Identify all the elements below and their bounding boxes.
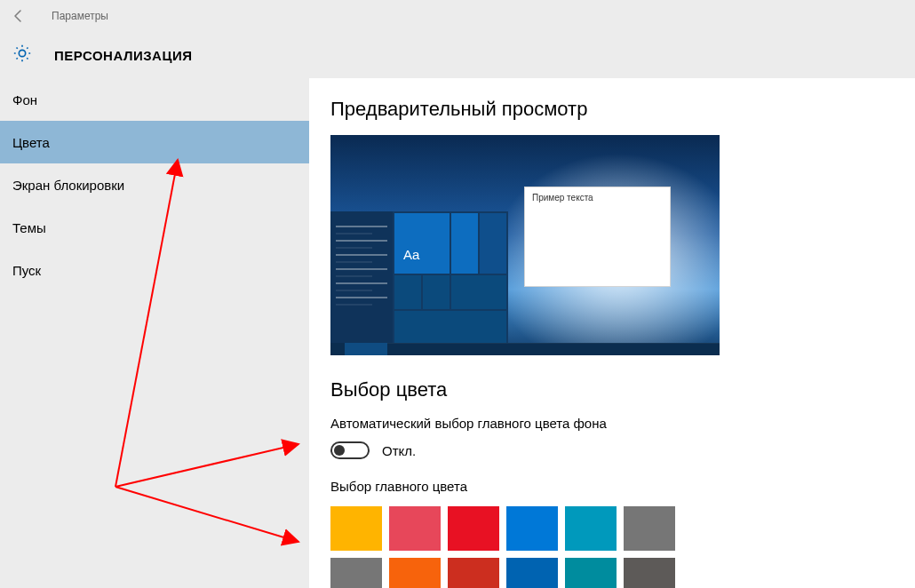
- toggle-state-text: Откл.: [382, 443, 416, 458]
- arrow-left-icon: [12, 9, 26, 23]
- content-pane: Предварительный просмотр: [309, 78, 915, 588]
- accent-color-label: Выбор главного цвета: [330, 479, 915, 494]
- sidebar-item-start[interactable]: Пуск: [0, 249, 309, 291]
- sidebar-item-label: Экран блокировки: [12, 178, 124, 193]
- category-header: ПЕРСОНАЛИЗАЦИЯ: [0, 32, 915, 78]
- sidebar-item-label: Пуск: [12, 263, 41, 278]
- accent-swatch[interactable]: [389, 558, 441, 588]
- sidebar-item-label: Цвета: [12, 135, 50, 150]
- preview-heading: Предварительный просмотр: [330, 98, 915, 121]
- accent-swatch[interactable]: [624, 506, 675, 551]
- accent-swatch[interactable]: [565, 558, 617, 588]
- accent-swatch[interactable]: [448, 506, 499, 551]
- accent-swatch[interactable]: [506, 506, 558, 551]
- accent-swatch[interactable]: [448, 558, 499, 588]
- desktop-preview: Пример текста: [330, 135, 720, 355]
- sidebar: Фон Цвета Экран блокировки Темы Пуск: [0, 78, 309, 588]
- accent-swatch[interactable]: [330, 506, 382, 551]
- auto-pick-toggle[interactable]: [330, 441, 370, 459]
- sidebar-item-colors[interactable]: Цвета: [0, 121, 309, 163]
- preview-tile-aa: [394, 213, 450, 274]
- preview-start-menu: [330, 211, 508, 343]
- accent-swatch[interactable]: [506, 558, 558, 588]
- color-section-heading: Выбор цвета: [330, 378, 915, 401]
- toggle-knob-icon: [334, 445, 345, 456]
- accent-swatch[interactable]: [624, 558, 675, 588]
- back-button[interactable]: [9, 6, 28, 26]
- preview-sample-window: Пример текста: [524, 187, 671, 287]
- title-bar: Параметры: [0, 0, 915, 32]
- sidebar-item-label: Фон: [12, 92, 37, 107]
- app-title: Параметры: [52, 10, 108, 22]
- accent-swatch[interactable]: [389, 506, 441, 551]
- sidebar-item-background[interactable]: Фон: [0, 78, 309, 121]
- sidebar-item-themes[interactable]: Темы: [0, 206, 309, 249]
- gear-icon: [12, 44, 32, 67]
- category-title: ПЕРСОНАЛИЗАЦИЯ: [54, 48, 192, 63]
- accent-swatch-grid: [330, 506, 695, 588]
- sidebar-item-label: Темы: [12, 220, 46, 235]
- auto-pick-label: Автоматический выбор главного цвета фона: [330, 416, 915, 431]
- accent-swatch[interactable]: [565, 506, 617, 551]
- preview-sample-window-title: Пример текста: [525, 187, 670, 208]
- sidebar-item-lockscreen[interactable]: Экран блокировки: [0, 163, 309, 206]
- accent-swatch[interactable]: [330, 558, 382, 588]
